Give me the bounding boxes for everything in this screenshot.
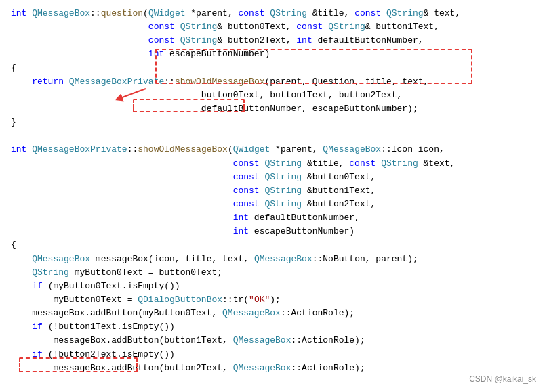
watermark: CSDN @kaikai_sk — [469, 374, 536, 384]
code-line-2: const QString& button0Text, const QStrin… — [11, 20, 536, 34]
code-line-4: int escapeButtonNumber) — [11, 47, 536, 61]
code-line-7: button0Text, button1Text, button2Text, — [11, 89, 536, 102]
code-line-26: if (!button2Text.isEmpty()) — [11, 348, 536, 362]
code-line-28 — [11, 375, 536, 379]
annotation-arrow — [105, 85, 159, 106]
code-line-20: QString myButton0Text = button0Text; — [11, 266, 536, 280]
code-line-14: const QString &button1Text, — [11, 184, 536, 198]
code-line-21: if (myButton0Text.isEmpty()) — [11, 280, 536, 293]
code-line-24: if (!button1Text.isEmpty()) — [11, 320, 536, 334]
code-line-8: defaultButtonNumber, escapeButtonNumber)… — [11, 102, 536, 116]
code-line-1: int QMessageBox::question(QWidget *paren… — [11, 7, 536, 20]
code-line-10 — [11, 129, 536, 143]
code-line-11: int QMessageBoxPrivate::showOldMessageBo… — [11, 143, 536, 156]
code-container: int QMessageBox::question(QWidget *paren… — [0, 0, 547, 379]
code-line-13: const QString &button0Text, — [11, 171, 536, 184]
code-line-15: const QString &button2Text, — [11, 198, 536, 211]
code-line-25: messageBox.addButton(button1Text, QMessa… — [11, 334, 536, 347]
code-line-22: myButton0Text = QDialogButtonBox::tr("OK… — [11, 293, 536, 307]
code-line-23: messageBox.addButton(myButton0Text, QMes… — [11, 307, 536, 320]
code-line-16: int defaultButtonNumber, — [11, 211, 536, 225]
code-line-9: } — [11, 116, 536, 129]
code-line-12: const QString &title, const QString &tex… — [11, 157, 536, 171]
code-line-5: { — [11, 62, 536, 75]
code-line-3: const QString& button2Text, int defaultB… — [11, 34, 536, 47]
code-line-17: int escapeButtonNumber) — [11, 225, 536, 238]
code-line-6: return QMessageBoxPrivate::showOldMessag… — [11, 75, 536, 89]
code-line-18: { — [11, 238, 536, 252]
code-line-19: QMessageBox messageBox(icon, title, text… — [11, 253, 536, 266]
code-line-27: messageBox.addButton(button2Text, QMessa… — [11, 362, 536, 375]
